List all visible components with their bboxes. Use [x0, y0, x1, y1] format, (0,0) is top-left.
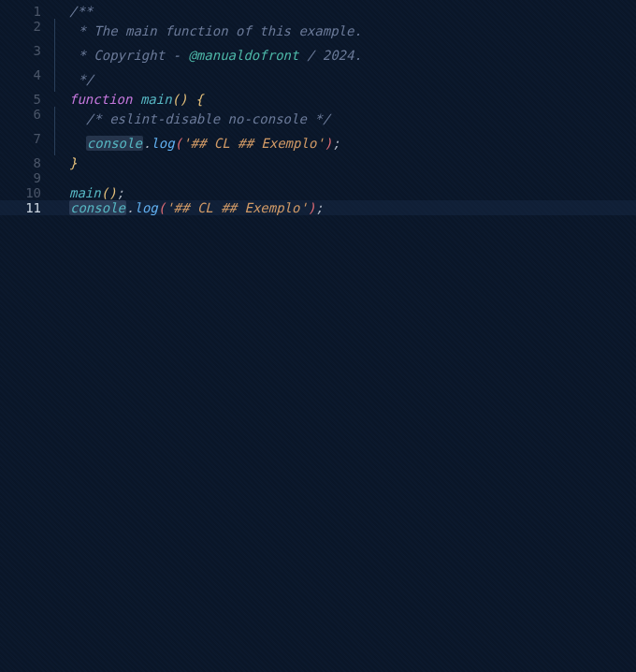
- object-console: console: [69, 200, 126, 215]
- code-row[interactable]: 4 */: [0, 67, 636, 92]
- paren: (: [175, 136, 182, 151]
- code-row[interactable]: 10 main();: [0, 185, 636, 200]
- code-content[interactable]: [54, 170, 636, 185]
- paren: ): [325, 136, 332, 151]
- line-number: 10: [0, 185, 54, 200]
- code-content[interactable]: */: [54, 67, 636, 92]
- function-call: main: [69, 185, 101, 200]
- code-row[interactable]: 6 /* eslint-disable no-console */: [0, 107, 636, 131]
- code-content[interactable]: console.log('## CL ## Exemplo');: [54, 200, 636, 215]
- string-literal: '## CL ## Exemplo': [166, 200, 308, 215]
- method-log: log: [134, 200, 157, 215]
- comment-text: * The main function of this example.: [70, 23, 362, 38]
- paren: (: [158, 200, 166, 215]
- code-row[interactable]: 7 console.log('## CL ## Exemplo');: [0, 131, 636, 155]
- semicolon: ;: [332, 136, 340, 151]
- keyword: function: [69, 92, 132, 107]
- semicolon: ;: [117, 185, 124, 200]
- comment-text: / 2024.: [298, 48, 361, 63]
- brace: }: [69, 155, 77, 170]
- code-row[interactable]: 3 * Copyright - @manualdofront / 2024.: [0, 43, 636, 67]
- brace: {: [187, 92, 203, 107]
- line-number: 6: [0, 107, 54, 131]
- line-number: 8: [0, 155, 54, 170]
- comment-text: * Copyright -: [70, 48, 188, 63]
- doc-tag: @manualdofront: [188, 48, 298, 63]
- function-name: main: [140, 92, 172, 107]
- code-row-active[interactable]: 11 console.log('## CL ## Exemplo');: [0, 200, 636, 215]
- code-row[interactable]: 5 function main() {: [0, 92, 636, 107]
- paren: ): [108, 185, 116, 200]
- line-number: 2: [0, 19, 54, 43]
- line-number: 3: [0, 43, 54, 67]
- code-editor[interactable]: 1 /** 2 * The main function of this exam…: [0, 0, 636, 215]
- paren: (: [101, 185, 108, 200]
- line-number: 11: [0, 200, 54, 215]
- code-content[interactable]: console.log('## CL ## Exemplo');: [54, 131, 636, 155]
- code-row[interactable]: 9: [0, 170, 636, 185]
- line-number: 9: [0, 170, 54, 185]
- code-row[interactable]: 8 }: [0, 155, 636, 170]
- code-row[interactable]: 2 * The main function of this example.: [0, 19, 636, 43]
- code-content[interactable]: /* eslint-disable no-console */: [54, 107, 636, 131]
- line-number: 7: [0, 131, 54, 155]
- line-number: 4: [0, 67, 54, 92]
- method-log: log: [151, 136, 174, 151]
- paren: (: [172, 92, 180, 107]
- code-row[interactable]: 1 /**: [0, 4, 636, 19]
- object-console: console: [86, 136, 143, 151]
- comment-text: */: [70, 72, 94, 87]
- code-content[interactable]: }: [54, 155, 636, 170]
- line-number: 5: [0, 92, 54, 107]
- comment-text: /**: [69, 4, 93, 19]
- comment-text: /* eslint-disable no-console */: [86, 111, 330, 126]
- code-content[interactable]: main();: [54, 185, 636, 200]
- line-number: 1: [0, 4, 54, 19]
- code-content[interactable]: /**: [54, 4, 636, 19]
- semicolon: ;: [315, 200, 323, 215]
- code-content[interactable]: function main() {: [54, 92, 636, 107]
- code-content[interactable]: * The main function of this example.: [54, 19, 636, 43]
- code-content[interactable]: * Copyright - @manualdofront / 2024.: [54, 43, 636, 67]
- string-literal: '## CL ## Exemplo': [182, 136, 325, 151]
